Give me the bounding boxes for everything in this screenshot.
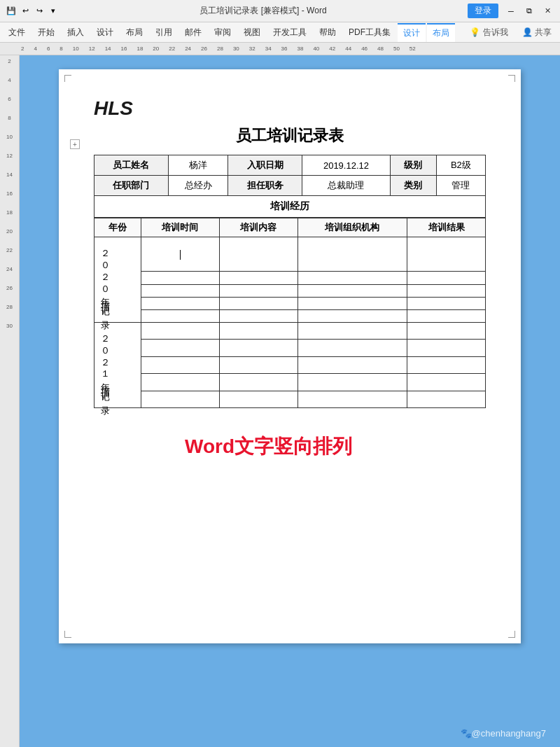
year-2020-cell: ２０２０年培训记 录	[94, 237, 141, 323]
training-time-cell-10[interactable]	[141, 391, 220, 407]
training-content-cell-8[interactable]	[219, 356, 298, 373]
tab-dev[interactable]: 开发工具	[267, 24, 312, 41]
watermark: 🐾@chenhanghang7	[461, 728, 546, 739]
undo-icon[interactable]: ↩	[20, 6, 31, 17]
position-value: 总裁助理	[302, 176, 391, 196]
ribbon-tabs: 文件 开始 插入 设计 布局 引用 邮件 审阅 视图 开发工具 帮助 PDF工具…	[0, 22, 560, 42]
tab-insert[interactable]: 插入	[62, 24, 90, 41]
save-icon[interactable]: 💾	[6, 6, 17, 17]
training-content-cell-9[interactable]	[219, 374, 298, 391]
tab-layout[interactable]: 布局	[120, 24, 148, 41]
window-left-controls[interactable]: 💾 ↩ ↪ ▾	[6, 6, 59, 17]
document-page: + HLS 员工培训记录表 员工姓名 杨洋 入职日期 2019.12.12 级别…	[59, 69, 521, 643]
training-result-cell[interactable]	[407, 237, 486, 272]
training-table: 年份 培训时间 培训内容 培训组织机构 培训结果 ２０２０年培训记 录	[94, 218, 486, 408]
dept-label: 任职部门	[94, 176, 169, 196]
position-label: 担任职务	[228, 176, 302, 196]
training-org-cell-4[interactable]	[298, 297, 407, 309]
training-content-cell-7[interactable]	[219, 340, 298, 356]
col-content: 培训内容	[219, 218, 298, 237]
training-org-cell[interactable]	[298, 237, 407, 272]
minimize-button[interactable]: ─	[504, 6, 518, 17]
training-content-cell-10[interactable]	[219, 391, 298, 407]
tab-reference[interactable]: 引用	[150, 24, 178, 41]
tab-view[interactable]: 视图	[238, 24, 266, 41]
col-org: 培训组织机构	[298, 218, 407, 237]
level-label: 级别	[390, 155, 436, 176]
training-content-cell-4[interactable]	[219, 297, 298, 309]
tab-help[interactable]: 帮助	[314, 24, 342, 41]
training-time-cell-4[interactable]	[141, 297, 220, 309]
dropdown-icon[interactable]: ▾	[48, 6, 59, 17]
company-logo: HLS	[94, 97, 486, 120]
training-time-cell-8[interactable]	[141, 356, 220, 373]
training-content-cell-6[interactable]	[219, 323, 298, 340]
employee-name-label: 员工姓名	[94, 155, 169, 176]
hire-date-value: 2019.12.12	[302, 155, 391, 176]
training-result-cell-5[interactable]	[407, 309, 486, 322]
year-2021-text: ２０２１年培训记 录	[97, 328, 113, 402]
training-result-cell-9[interactable]	[407, 374, 486, 391]
training-org-cell-9[interactable]	[298, 374, 407, 391]
corner-tr	[508, 75, 515, 82]
training-result-cell-8[interactable]	[407, 356, 486, 373]
training-result-cell-4[interactable]	[407, 297, 486, 309]
add-row-button[interactable]: +	[70, 139, 80, 149]
corner-tl	[64, 75, 71, 82]
training-org-cell-8[interactable]	[298, 356, 407, 373]
training-org-cell-10[interactable]	[298, 391, 407, 407]
close-button[interactable]: ✕	[540, 6, 554, 17]
training-content-cell-2[interactable]	[219, 272, 298, 284]
training-time-cell[interactable]	[141, 237, 220, 272]
training-org-cell-5[interactable]	[298, 309, 407, 322]
training-content-cell-5[interactable]	[219, 309, 298, 322]
training-content-cell[interactable]	[219, 237, 298, 272]
col-time: 培训时间	[141, 218, 220, 237]
training-org-cell-6[interactable]	[298, 323, 407, 340]
tab-file[interactable]: 文件	[3, 24, 31, 41]
training-time-cell-3[interactable]	[141, 284, 220, 297]
year-2021-cell: ２０２１年培训记 录	[94, 323, 141, 408]
ruler: 246810 1214161820 2224262830 3234363840 …	[0, 43, 560, 55]
tab-design2[interactable]: 设计	[398, 23, 426, 42]
hire-date-label: 入职日期	[228, 155, 302, 176]
training-result-cell-6[interactable]	[407, 323, 486, 340]
tab-pdf[interactable]: PDF工具集	[343, 24, 396, 41]
training-org-cell-2[interactable]	[298, 272, 407, 284]
section-header: 培训经历	[94, 196, 486, 218]
window-controls[interactable]: ─ ⧉ ✕	[504, 6, 554, 17]
redo-icon[interactable]: ↪	[34, 6, 45, 17]
training-org-cell-3[interactable]	[298, 284, 407, 297]
doc-area[interactable]: + HLS 员工培训记录表 员工姓名 杨洋 入职日期 2019.12.12 级别…	[20, 55, 560, 747]
tab-share[interactable]: 👤 共享	[517, 24, 557, 41]
level-value: B2级	[436, 155, 485, 176]
training-time-cell-2[interactable]	[141, 272, 220, 284]
login-button[interactable]: 登录	[468, 4, 498, 18]
tab-design[interactable]: 设计	[91, 24, 119, 41]
year-2020-text: ２０２０年培训记 录	[97, 243, 113, 316]
ribbon-right: 💡 告诉我 👤 共享	[464, 24, 557, 41]
corner-bl	[64, 631, 71, 638]
side-ruler: 246 81012 141618 202224 262830	[0, 55, 20, 747]
info-table: 员工姓名 杨洋 入职日期 2019.12.12 级别 B2级 任职部门 总经办 …	[94, 155, 486, 196]
training-result-cell-7[interactable]	[407, 340, 486, 356]
training-result-cell-2[interactable]	[407, 272, 486, 284]
tab-start[interactable]: 开始	[32, 24, 60, 41]
training-time-cell-5[interactable]	[141, 309, 220, 322]
training-org-cell-7[interactable]	[298, 340, 407, 356]
ribbon: 文件 开始 插入 设计 布局 引用 邮件 审阅 视图 开发工具 帮助 PDF工具…	[0, 22, 560, 43]
restore-button[interactable]: ⧉	[522, 6, 536, 17]
training-result-cell-10[interactable]	[407, 391, 486, 407]
tab-layout2[interactable]: 布局	[427, 23, 455, 42]
ruler-numbers: 246810 1214161820 2224262830 3234363840 …	[21, 46, 416, 52]
tab-review[interactable]: 审阅	[209, 24, 237, 41]
training-content-cell-3[interactable]	[219, 284, 298, 297]
training-result-cell-3[interactable]	[407, 284, 486, 297]
training-time-cell-9[interactable]	[141, 374, 220, 391]
overlay-text: Word文字竖向排列	[185, 433, 352, 460]
corner-br	[508, 631, 515, 638]
tab-lightbulb[interactable]: 💡 告诉我	[464, 24, 513, 41]
training-time-cell-6[interactable]	[141, 323, 220, 340]
tab-mail[interactable]: 邮件	[179, 24, 207, 41]
training-time-cell-7[interactable]	[141, 340, 220, 356]
